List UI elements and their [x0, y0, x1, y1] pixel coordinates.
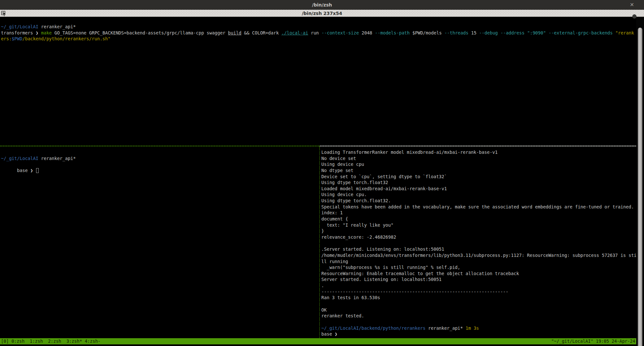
terminal-line: . — [321, 283, 636, 289]
terminal-line: _warn("subprocess %s is still running" %… — [321, 264, 636, 271]
terminal-line: .Server started. Listening on: localhost… — [321, 246, 636, 252]
terminal-line: ers:$PWD/backend/python/rerankers/run.sh… — [1, 36, 636, 42]
terminal-line — [321, 319, 636, 325]
terminal-line: ~/_git/LocalAI/backend/python/rerankers … — [321, 325, 636, 331]
terminal-line: No dtype set — [321, 167, 636, 174]
tmux-window-item-0[interactable]: 0:zsh — [11, 338, 24, 344]
tmux-status-right: "~/_git/LocalAI" 19:05 24-Apr-24 — [551, 338, 635, 344]
tab-label: /bin/zsh 237x54 — [302, 11, 342, 16]
terminal-line: Special tokens have been added in the vo… — [321, 204, 636, 210]
terminal-line: document { — [321, 216, 636, 222]
terminal-prompt-line: base ❯ — [1, 162, 319, 168]
terminal-line: Loading TransformerRanker model mixedbre… — [321, 149, 636, 155]
terminal-line: relevance_score: -2.46826982 — [321, 234, 636, 240]
terminal-line: transformers ❯ make GO_TAGS=none GRPC_BA… — [1, 30, 636, 36]
terminal-line: ~/_git/LocalAI reranker_api* — [1, 155, 319, 162]
terminal-line: No device set — [321, 155, 636, 162]
terminal-window: /bin/zsh ✕ /bin/zsh 237x54 ~/_git/LocalA… — [0, 0, 644, 346]
terminal-line: Using device cpu — [321, 161, 636, 167]
terminal-line: Loaded model mixedbread-ai/mxbai-rerank-… — [321, 186, 636, 192]
terminal-line: ~/_git/LocalAI reranker_api* — [1, 24, 636, 30]
terminal-line — [321, 240, 636, 246]
terminal-line: index: 1 — [321, 210, 636, 216]
terminal-line: ----------------------------------------… — [321, 289, 636, 295]
terminal-line: text: "I really like you" — [321, 222, 636, 228]
close-icon[interactable]: ✕ — [628, 1, 636, 8]
pane-top[interactable]: ~/_git/LocalAI reranker_api*transformers… — [0, 17, 636, 146]
tmux-window-item-4-last[interactable]: 4:zsh- — [85, 338, 101, 344]
terminal-line: /home/mudler/miniconda3/envs/transformer… — [321, 252, 636, 259]
terminal-line: ResourceWarning: Enable tracemalloc to g… — [321, 271, 636, 277]
terminal-line: Device set to `cpu`, setting dtype to `f… — [321, 174, 636, 180]
terminal-line: OK — [321, 307, 636, 313]
terminal-line: Server started. Listening on: localhost:… — [321, 276, 636, 283]
terminal-line: Using dtype torch.float32. — [321, 198, 636, 204]
terminal-line: base ❯ — [321, 331, 636, 337]
scrollbar-track[interactable] — [636, 17, 644, 346]
tab-bar: /bin/zsh 237x54 — [0, 10, 644, 17]
window-title: /bin/zsh — [312, 2, 332, 7]
terminal-line: Using device cpu. — [321, 192, 636, 198]
pane-layout-icon[interactable] — [1, 11, 7, 17]
tmux-window-list: [0] 0:zsh 1:zsh 2:zsh 3:zsh* 4:zsh- — [1, 338, 101, 344]
tmux-window-item-1[interactable]: 1:zsh — [30, 338, 43, 344]
terminal-line: ll running — [321, 259, 636, 265]
terminal-line: reranker tested. — [321, 313, 636, 319]
tmux-status-bar: [0] 0:zsh 1:zsh 2:zsh 3:zsh* 4:zsh- "~/_… — [0, 338, 636, 344]
prompt-text: base ❯ — [17, 168, 36, 173]
pane-bottom-left[interactable]: ~/_git/LocalAI reranker_api* base ❯ — [0, 147, 319, 338]
terminal-cursor — [36, 168, 39, 173]
scrollbar-thumb[interactable] — [638, 28, 642, 346]
terminal-line: } — [321, 228, 636, 234]
pane-divider-horizontal-active[interactable] — [0, 146, 320, 146]
terminal-line: Ran 3 tests in 63.530s — [321, 295, 636, 301]
tmux-session-badge: [0] — [1, 338, 9, 344]
tmux-window-item-2[interactable]: 2:zsh — [48, 338, 61, 344]
terminal-line: Using dtype torch.float32 — [321, 180, 636, 186]
pane-bottom-right[interactable]: Loading TransformerRanker model mixedbre… — [320, 147, 636, 338]
window-titlebar[interactable]: /bin/zsh ✕ — [0, 0, 644, 10]
scrollbar-top-cap — [632, 14, 637, 19]
terminal-line — [321, 301, 636, 307]
tmux-window-item-3-current[interactable]: 3:zsh* — [66, 338, 82, 344]
pane-divider-horizontal[interactable] — [320, 146, 636, 146]
